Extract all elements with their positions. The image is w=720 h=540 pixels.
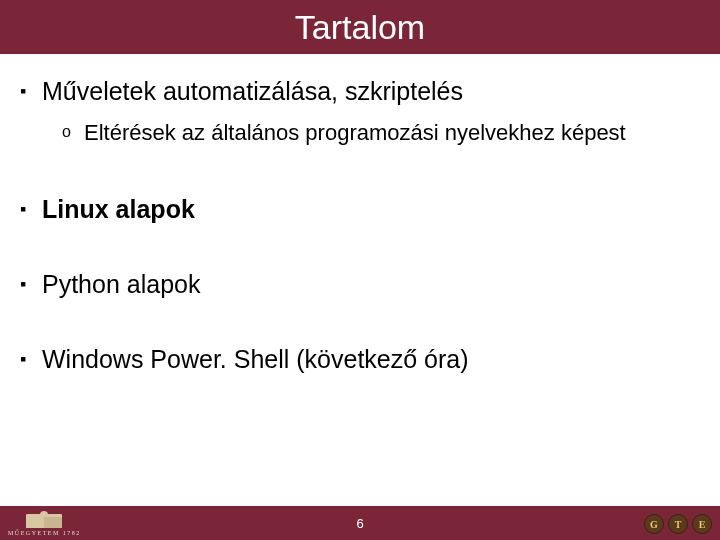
badge-icon: T (668, 514, 688, 534)
footer-logo-area: MŰEGYETEM 1782 (8, 514, 81, 536)
slide-title-bar: Tartalom (0, 0, 720, 54)
bullet-text: Windows Power. Shell (következő óra) (42, 344, 700, 375)
bullet-text: Linux alapok (42, 194, 700, 225)
university-logo-icon (26, 514, 62, 528)
page-number: 6 (356, 516, 363, 531)
sub-bullet-text: Eltérések az általános programozási nyel… (84, 119, 700, 148)
slide-content: ▪ Műveletek automatizálása, szkriptelés … (0, 54, 720, 376)
bullet-item: ▪ Windows Power. Shell (következő óra) (20, 344, 700, 375)
bullet-text: Műveletek automatizálása, szkriptelés (42, 76, 700, 107)
badge-icon: E (692, 514, 712, 534)
circle-bullet-icon: o (62, 119, 84, 143)
square-bullet-icon: ▪ (20, 76, 42, 103)
square-bullet-icon: ▪ (20, 269, 42, 296)
sub-bullet-item: o Eltérések az általános programozási ny… (62, 119, 700, 148)
bullet-text: Python alapok (42, 269, 700, 300)
footer-badges: G T E (644, 514, 712, 534)
square-bullet-icon: ▪ (20, 194, 42, 221)
bullet-item: ▪ Linux alapok (20, 194, 700, 225)
footer-left-text: MŰEGYETEM 1782 (8, 530, 81, 536)
bullet-item: ▪ Python alapok (20, 269, 700, 300)
square-bullet-icon: ▪ (20, 344, 42, 371)
bullet-item: ▪ Műveletek automatizálása, szkriptelés (20, 76, 700, 107)
badge-icon: G (644, 514, 664, 534)
slide-title: Tartalom (295, 8, 425, 47)
slide-footer: MŰEGYETEM 1782 6 G T E (0, 506, 720, 540)
